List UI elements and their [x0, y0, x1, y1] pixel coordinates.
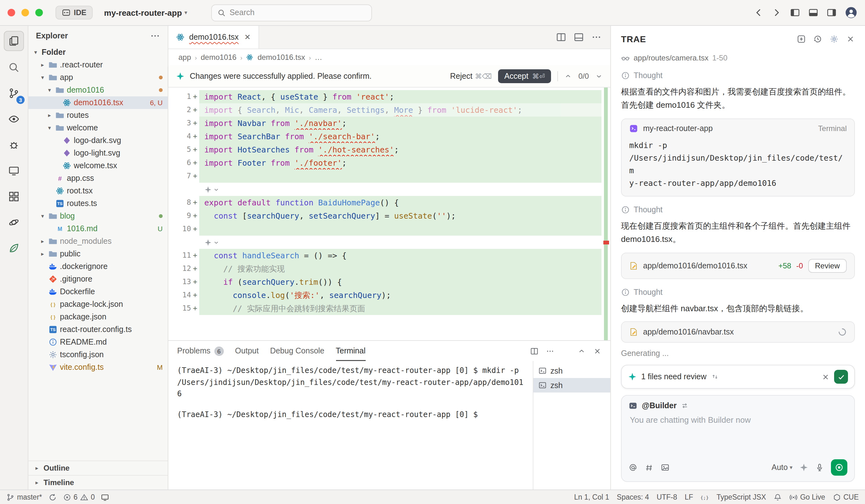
editor-tab-demo1016[interactable]: demo1016.tsx ✕ — [168, 26, 259, 48]
stop-generation-button[interactable] — [831, 459, 847, 476]
back-button[interactable] — [753, 8, 763, 17]
chat-history-icon[interactable] — [813, 35, 822, 44]
code-line-8[interactable]: 8+export default function BaiduHomePage(… — [168, 196, 601, 209]
close-window-button[interactable] — [8, 9, 15, 16]
chat-input[interactable]: You are chatting with Builder now — [628, 410, 847, 459]
tree-item-vite-config-ts[interactable]: vite.config.tsM — [28, 361, 168, 374]
activity-plugins-icon[interactable] — [4, 239, 23, 258]
previous-change-button[interactable] — [565, 72, 572, 80]
tree-item-package-lock-json[interactable]: { }package-lock.json — [28, 298, 168, 310]
explorer-more-icon[interactable] — [150, 31, 160, 41]
tree-item--react-router[interactable]: ▸.react-router — [28, 59, 168, 71]
accept-button[interactable]: Accept ⌘⏎ — [498, 69, 551, 83]
tree-item-tsconfig-json[interactable]: tsconfig.json — [28, 348, 168, 361]
panel-filter-icon[interactable] — [562, 347, 570, 355]
code-line-5[interactable]: 5+import HotSearches from './hot-searche… — [168, 143, 601, 156]
notifications-bell-icon[interactable] — [774, 493, 782, 501]
maximize-panel-icon[interactable] — [577, 347, 586, 355]
problems-indicator[interactable]: 6 0 — [63, 493, 95, 501]
close-tab-icon[interactable]: ✕ — [244, 33, 251, 42]
sync-changes-icon[interactable] — [48, 493, 56, 501]
close-panel-icon[interactable] — [846, 35, 855, 44]
tree-item-routes-ts[interactable]: TSroutes.ts — [28, 197, 168, 210]
code-line-1[interactable]: 1+import React, { useState } from 'react… — [168, 90, 601, 103]
panel-more-icon[interactable] — [546, 347, 554, 355]
editor-layout-icon[interactable] — [574, 32, 584, 42]
inline-widget-row[interactable] — [168, 236, 601, 249]
tree-item-folder[interactable]: ▾Folder — [28, 46, 168, 59]
review-button[interactable]: Review — [808, 259, 847, 273]
git-branch-indicator[interactable]: master* — [6, 493, 42, 501]
tree-item--dockerignore[interactable]: .dockerignore — [28, 260, 168, 273]
forward-button[interactable] — [772, 8, 782, 17]
minimize-window-button[interactable] — [21, 9, 29, 16]
tree-item-routes[interactable]: ▸routes — [28, 109, 168, 121]
code-line-12[interactable]: 12+ // 搜索功能实现 — [168, 262, 601, 275]
tree-item--gitignore[interactable]: .gitignore — [28, 273, 168, 285]
inline-widget-row[interactable] — [168, 183, 601, 196]
go-live-button[interactable]: Go Live — [789, 493, 825, 501]
tree-item-app-css[interactable]: #app.css — [28, 172, 168, 185]
code-line-2[interactable]: 2+import { Search, Mic, Camera, Settings… — [168, 103, 601, 117]
tree-item-readme-md[interactable]: README.md — [28, 336, 168, 348]
tree-item-welcome[interactable]: ▾welcome — [28, 121, 168, 134]
terminal-instance-zsh[interactable]: zsh — [533, 378, 610, 392]
account-avatar[interactable] — [845, 6, 857, 19]
toggle-right-panel-button[interactable] — [827, 8, 837, 17]
panel-tab-terminal[interactable]: Terminal — [336, 341, 366, 361]
reject-button[interactable]: Reject ⌘⌫ — [450, 72, 492, 81]
tree-item-blog[interactable]: ▾blog — [28, 210, 168, 222]
code-line-3[interactable]: 3+import Navbar from './navbar'; — [168, 117, 601, 130]
breadcrumb-item[interactable]: app — [178, 53, 191, 62]
project-switcher[interactable]: my-react-router-app ▾ — [104, 8, 187, 17]
code-line-9[interactable]: 9+ const [searchQuery, setSearchQuery] =… — [168, 209, 601, 222]
tree-item-root-tsx[interactable]: root.tsx — [28, 185, 168, 197]
split-editor-icon[interactable] — [556, 32, 566, 42]
activity-search-icon[interactable] — [4, 58, 23, 77]
code-line-10[interactable]: 10+ — [168, 222, 601, 236]
tree-item-react-router-config-ts[interactable]: TSreact-router.config.ts — [28, 323, 168, 336]
toggle-bottom-panel-button[interactable] — [808, 8, 818, 17]
timeline-section[interactable]: ▸ Timeline — [28, 475, 168, 490]
file-change-card[interactable]: app/demo1016/demo1016.tsx +58 -0 Review — [621, 253, 855, 279]
breadcrumb-item[interactable]: demo1016 — [201, 53, 237, 62]
panel-tab-debug-console[interactable]: Debug Console — [270, 341, 324, 361]
dismiss-review-icon[interactable] — [821, 373, 830, 381]
eol-indicator[interactable]: LF — [685, 493, 693, 501]
panel-tab-problems[interactable]: Problems6 — [177, 341, 224, 361]
tree-item-demo1016-tsx[interactable]: demo1016.tsx6, U — [28, 96, 168, 109]
code-editor[interactable]: 1+import React, { useState } from 'react… — [168, 87, 610, 340]
panel-tab-output[interactable]: Output — [235, 341, 259, 361]
enhance-prompt-icon[interactable] — [799, 463, 808, 472]
tree-item-app[interactable]: ▾app — [28, 71, 168, 84]
code-line-4[interactable]: 4+import SearchBar from './search-bar'; — [168, 130, 601, 143]
mention-icon[interactable] — [628, 463, 637, 472]
activity-integrations-icon[interactable] — [4, 213, 23, 232]
switch-agent-icon[interactable] — [681, 402, 689, 410]
tree-item-dockerfile[interactable]: Dockerfile — [28, 285, 168, 298]
panel-layout-icon[interactable] — [530, 347, 539, 355]
code-line-6[interactable]: 6+import Footer from './footer'; — [168, 156, 601, 169]
global-search-box[interactable]: Search — [211, 4, 372, 21]
encoding-indicator[interactable]: UTF-8 — [657, 493, 677, 501]
tree-item-welcome-tsx[interactable]: welcome.tsx — [28, 160, 168, 172]
tree-item-demo1016[interactable]: ▾demo1016 — [28, 84, 168, 96]
agent-name[interactable]: @Builder — [642, 401, 677, 410]
code-line-11[interactable]: 11+ const handleSearch = () => { — [168, 249, 601, 262]
settings-gear-icon[interactable] — [830, 35, 839, 44]
close-panel-icon[interactable] — [593, 347, 601, 355]
tree-item-package-json[interactable]: { }package.json — [28, 310, 168, 323]
tree-item-node-modules[interactable]: ▸node_modules — [28, 235, 168, 248]
activity-source-control-icon[interactable]: 3 — [4, 84, 23, 103]
ports-icon[interactable] — [101, 493, 109, 501]
terminal-instance-zsh[interactable]: zsh — [533, 364, 610, 378]
activity-preview-icon[interactable] — [4, 110, 23, 129]
tree-item-logo-light-svg[interactable]: logo-light.svg — [28, 147, 168, 160]
toggle-left-panel-button[interactable] — [790, 8, 800, 17]
accept-all-button[interactable] — [834, 370, 848, 384]
next-change-button[interactable] — [595, 72, 603, 80]
voice-input-icon[interactable] — [815, 463, 824, 472]
activity-extensions-icon[interactable] — [4, 187, 23, 206]
cursor-position[interactable]: Ln 1, Col 1 — [574, 493, 609, 501]
tree-item-logo-dark-svg[interactable]: logo-dark.svg — [28, 134, 168, 147]
